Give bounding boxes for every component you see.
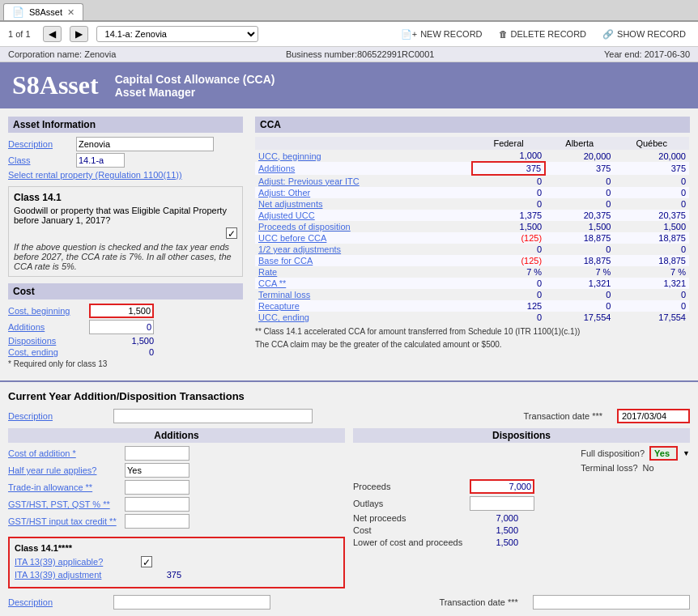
- add-tradein-input[interactable]: [125, 480, 189, 495]
- additions-col: Additions Cost of addition * Half year r…: [8, 428, 345, 588]
- cca-col-quebec: Québec: [614, 137, 689, 150]
- cca-row-federal: 125: [472, 300, 545, 312]
- add-cost-input[interactable]: [125, 446, 189, 461]
- disp-lower-row: Lower of cost and proceeds 1,500: [353, 537, 690, 547]
- delete-record-icon: 🗑: [499, 29, 508, 39]
- class141-bottom-title: Class 14.1****: [15, 543, 338, 553]
- cca-row-federal: 0: [472, 312, 545, 323]
- cca-row-alberta: 0: [545, 175, 614, 187]
- rental-property-link[interactable]: Select rental property (Regulation 1100(…: [8, 170, 243, 180]
- cca-col-label: [255, 137, 472, 150]
- cost-additions-input[interactable]: [89, 320, 154, 334]
- asset-info-header: Asset Information: [8, 117, 243, 133]
- page-subtitle-2: Asset Manager: [115, 86, 275, 99]
- nav-select[interactable]: 14.1-a: Zenovia: [96, 26, 258, 42]
- cca-row-quebec: 17,554: [614, 312, 689, 323]
- trans-date-input[interactable]: [617, 409, 690, 423]
- trans-desc2-input[interactable]: [113, 595, 270, 610]
- add-halfyear-row: Half year rule applies?: [8, 463, 345, 478]
- cca-row-alberta: 17,554: [545, 312, 614, 323]
- dropdown-arrow-icon[interactable]: ▼: [683, 449, 690, 457]
- disp-lower-value: 1,500: [470, 537, 518, 547]
- cca-row-label: Net adjustments: [255, 198, 472, 210]
- cca-row: Net adjustments 0 0 0: [255, 198, 689, 210]
- cca-row-alberta: 1,500: [545, 221, 614, 232]
- tab-icon: 📄: [12, 6, 24, 18]
- class141-note: If the above question is checked and the…: [14, 242, 237, 271]
- cca-row-alberta: 20,375: [545, 210, 614, 221]
- disp-proceeds-label: Proceeds: [353, 482, 466, 491]
- add-gst-row: GST/HST, PST, QST % **: [8, 497, 345, 512]
- trans-desc-label: Description: [8, 411, 105, 421]
- cca-row-federal: 0: [472, 175, 545, 187]
- cca-row-federal: 0: [472, 198, 545, 210]
- full-disp-label: Full disposition?: [581, 448, 645, 458]
- disp-cost-row: Cost 1,500: [353, 525, 690, 535]
- full-disp-row: Full disposition? ▼: [581, 446, 690, 461]
- cca-col-alberta: Alberta: [545, 137, 614, 150]
- disp-proceeds-input[interactable]: [470, 479, 534, 494]
- cca-row: Recapture 125 0 0: [255, 300, 689, 312]
- class-input[interactable]: [76, 153, 125, 168]
- cca-row-federal: 1,000: [472, 150, 545, 162]
- cca-col-federal: Federal: [472, 137, 545, 150]
- cca-row: Terminal loss 0 0 0: [255, 289, 689, 300]
- delete-record-btn[interactable]: 🗑 DELETE RECORD: [495, 28, 591, 40]
- transactions-header: Current Year Addition/Disposition Transa…: [8, 390, 690, 402]
- ita-adjustment-row: ITA 13(39) adjustment 375: [15, 570, 338, 580]
- cost-beginning-input[interactable]: [89, 304, 154, 318]
- cca-row-alberta: 0: [545, 198, 614, 210]
- cca-row-quebec: 0: [614, 244, 689, 255]
- cca-row-label: Proceeds of disposition: [255, 221, 472, 232]
- cca-row-federal: 7 %: [472, 266, 545, 278]
- add-gstcredit-label: GST/HST input tax credit **: [8, 516, 121, 526]
- cca-row: UCC, beginning 1,000 20,000 20,000: [255, 150, 689, 162]
- show-record-btn[interactable]: 🔗 SHOW RECORD: [598, 28, 690, 41]
- disp-netproceeds-value: 7,000: [470, 513, 518, 523]
- cca-row-alberta: 0: [545, 244, 614, 255]
- cost-dispositions-row: Dispositions 1,500: [8, 336, 243, 346]
- s8asset-tab[interactable]: 📄 S8Asset ✕: [3, 3, 83, 20]
- cca-row-alberta: 18,875: [545, 255, 614, 266]
- trans-desc-row: Description Transaction date ***: [8, 409, 690, 423]
- add-cost-label: Cost of addition *: [8, 448, 121, 458]
- class-label: Class: [8, 155, 73, 165]
- ita-adjustment-label: ITA 13(39) adjustment: [15, 570, 136, 580]
- full-disp-input[interactable]: [649, 446, 678, 461]
- terminal-loss-label: Terminal loss?: [581, 463, 637, 473]
- class141-checkbox[interactable]: ✓: [226, 227, 237, 239]
- disp-outlays-input[interactable]: [470, 496, 534, 511]
- nav-forward-btn[interactable]: ▶: [70, 26, 88, 42]
- cca-row-federal[interactable]: 375: [472, 162, 545, 175]
- cost-additions-row: Additions: [8, 320, 243, 334]
- terminal-loss-value: No: [643, 463, 654, 473]
- new-record-btn[interactable]: 📄+ NEW RECORD: [397, 28, 487, 41]
- cost-header: Cost: [8, 283, 243, 300]
- ita-applicable-checkbox[interactable]: ✓: [141, 556, 152, 567]
- cca-row-quebec: 0: [614, 198, 689, 210]
- cca-row-label: Base for CCA: [255, 255, 472, 266]
- cca-note1: ** Class 14.1 accelerated CCA for amount…: [255, 327, 690, 336]
- add-tradein-row: Trade-in allowance **: [8, 480, 345, 495]
- description-input[interactable]: [76, 137, 214, 151]
- add-gst-input[interactable]: [125, 497, 189, 512]
- disp-cost-label: Cost: [353, 525, 466, 535]
- cca-row: Adjust: Other 0 0 0: [255, 187, 689, 198]
- cca-row-federal: 0: [472, 278, 545, 289]
- nav-back-btn[interactable]: ◀: [43, 26, 62, 42]
- trans-date2-input[interactable]: [533, 595, 690, 610]
- cca-row-federal: 0: [472, 289, 545, 300]
- tab-close-btn[interactable]: ✕: [67, 7, 74, 18]
- cca-row-label: Adjusted UCC: [255, 210, 472, 221]
- cca-row-quebec: 20,375: [614, 210, 689, 221]
- trans-desc-input[interactable]: [113, 409, 313, 423]
- dispositions-title: Dispositions: [353, 428, 690, 443]
- page-title: S8Asset: [12, 70, 99, 100]
- disp-outlays-row: Outlays: [353, 496, 690, 511]
- add-gstcredit-input[interactable]: [125, 514, 189, 529]
- class141-box: Class 14.1 Goodwill or property that was…: [8, 186, 243, 277]
- add-disp-area: Additions Cost of addition * Half year r…: [8, 428, 690, 588]
- add-halfyear-input[interactable]: [125, 463, 189, 478]
- dispositions-col: Dispositions Full disposition? ▼ Termina…: [353, 428, 690, 588]
- cca-row-quebec: 1,321: [614, 278, 689, 289]
